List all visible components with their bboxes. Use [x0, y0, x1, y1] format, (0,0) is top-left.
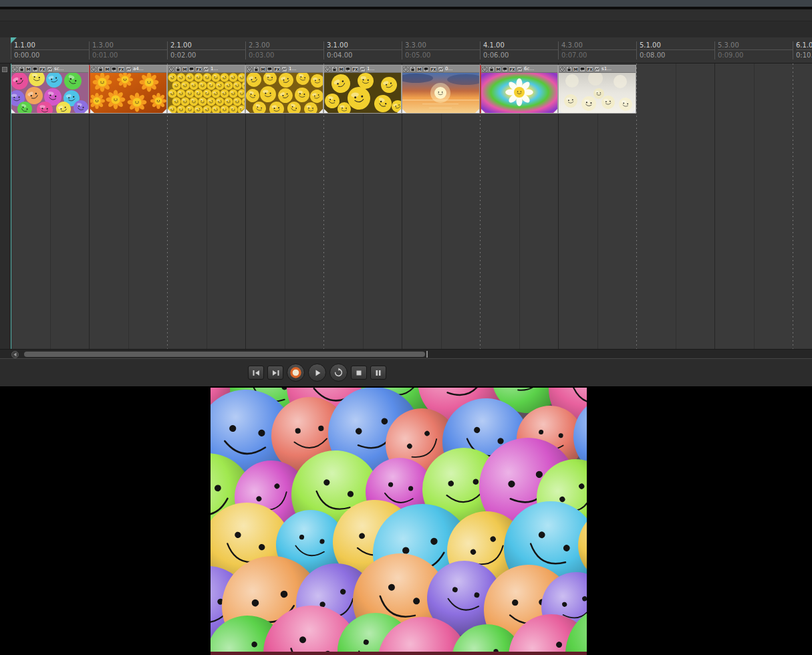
mute-icon[interactable]: M: [338, 66, 344, 72]
mute-icon[interactable]: M: [416, 66, 422, 72]
go-to-end-button[interactable]: [267, 366, 283, 380]
media-item[interactable]: MFX1…: [167, 65, 245, 114]
play-button[interactable]: [308, 364, 326, 382]
triangle-left-icon: [13, 352, 17, 357]
media-item-thumbnail: [90, 73, 166, 113]
stretch-marker-right[interactable]: [241, 109, 245, 113]
notes-icon[interactable]: [502, 66, 508, 72]
envelope-icon[interactable]: [281, 66, 287, 72]
lock-icon[interactable]: [566, 66, 572, 72]
stretch-marker-right[interactable]: [632, 109, 636, 113]
notes-icon[interactable]: [32, 66, 38, 72]
stretch-marker-left[interactable]: [11, 109, 15, 113]
ruler-bar-label: 3.1.00: [327, 41, 402, 50]
record-button[interactable]: [287, 364, 305, 382]
envelope-icon[interactable]: [360, 66, 366, 72]
fx-icon[interactable]: FX: [352, 66, 359, 72]
svg-text:M: M: [496, 67, 500, 72]
stretch-marker-right[interactable]: [553, 109, 557, 113]
svg-text:M: M: [182, 67, 186, 72]
media-item-label: sc…: [54, 66, 64, 72]
stretch-marker-left[interactable]: [402, 109, 406, 113]
stop-icon: [355, 369, 363, 377]
media-item-header: MFXsc…: [11, 66, 88, 73]
stretch-marker-left[interactable]: [168, 109, 172, 113]
mute-icon[interactable]: M: [495, 66, 501, 72]
lock-icon[interactable]: [175, 66, 181, 72]
media-item[interactable]: MFXsc…: [11, 65, 89, 114]
mute-icon[interactable]: M: [260, 66, 266, 72]
lock-icon[interactable]: [98, 66, 104, 72]
lock-icon[interactable]: [489, 66, 495, 72]
mute-icon[interactable]: M: [573, 66, 579, 72]
media-item-thumbnail: [324, 73, 401, 113]
fx-icon[interactable]: FX: [118, 66, 125, 72]
media-item-thumbnail: [559, 73, 636, 113]
scrollbar-thumb[interactable]: [24, 352, 425, 357]
stretch-marker-left[interactable]: [246, 109, 250, 113]
envelope-icon[interactable]: [203, 66, 209, 72]
lock-icon[interactable]: [331, 66, 337, 72]
ruler-time-label: 0:07.00: [561, 51, 636, 59]
clock-icon[interactable]: [403, 66, 409, 72]
envelope-icon[interactable]: [438, 66, 444, 72]
fx-icon[interactable]: FX: [273, 66, 281, 72]
envelope-icon[interactable]: [517, 66, 523, 72]
stretch-marker-left[interactable]: [481, 109, 485, 113]
media-item[interactable]: MFXa4…: [89, 65, 167, 114]
scrollbar-end-marker: [426, 351, 428, 358]
horizontal-scrollbar[interactable]: [0, 349, 812, 358]
stretch-marker-right[interactable]: [162, 109, 166, 113]
notes-icon[interactable]: [579, 66, 585, 72]
fx-icon[interactable]: FX: [509, 66, 516, 72]
pause-button[interactable]: [370, 366, 386, 380]
lock-icon[interactable]: [19, 66, 25, 72]
repeat-button[interactable]: [329, 364, 348, 382]
notes-icon[interactable]: [188, 66, 194, 72]
media-item[interactable]: MFX1…: [245, 65, 323, 114]
notes-icon[interactable]: [345, 66, 351, 72]
notes-icon[interactable]: [111, 66, 117, 72]
fx-icon[interactable]: FX: [39, 66, 46, 72]
go-to-start-button[interactable]: [248, 366, 264, 380]
playhead-marker-icon[interactable]: [11, 37, 17, 43]
timeline-ruler[interactable]: 1.1.000:00.001.3.000:01.002.1.000:02.002…: [0, 37, 812, 63]
notes-icon[interactable]: [423, 66, 429, 72]
svg-text:FX: FX: [587, 67, 593, 71]
clock-icon[interactable]: [482, 66, 488, 72]
stretch-marker-right[interactable]: [319, 109, 323, 113]
mute-icon[interactable]: M: [25, 66, 31, 72]
stretch-marker-right[interactable]: [397, 109, 401, 113]
media-item[interactable]: MFXs1…: [558, 65, 636, 114]
media-item[interactable]: MFX1…: [323, 65, 402, 114]
media-item[interactable]: MFX0…: [402, 65, 480, 114]
fx-icon[interactable]: FX: [430, 66, 437, 72]
clock-icon[interactable]: [247, 66, 253, 72]
envelope-icon[interactable]: [126, 66, 132, 72]
arrange-area[interactable]: MFXsc…MFXa4…MFX1…MFX1…MFX1…MFX0… MFX6c… …: [0, 63, 812, 349]
stretch-marker-right[interactable]: [84, 109, 88, 113]
mute-icon[interactable]: M: [182, 66, 188, 72]
stretch-marker-left[interactable]: [90, 109, 94, 113]
fx-icon[interactable]: FX: [586, 66, 593, 72]
lock-icon[interactable]: [253, 66, 259, 72]
notes-icon[interactable]: [267, 66, 273, 72]
clock-icon[interactable]: [12, 66, 18, 72]
stop-button[interactable]: [351, 366, 367, 380]
stretch-marker-left[interactable]: [559, 109, 563, 113]
stretch-marker-right[interactable]: [475, 109, 479, 113]
clock-icon[interactable]: [168, 66, 174, 72]
scroll-left-button[interactable]: [11, 351, 19, 358]
envelope-icon[interactable]: [594, 66, 600, 72]
stretch-marker-left[interactable]: [324, 109, 328, 113]
clock-icon[interactable]: [91, 66, 97, 72]
mute-icon[interactable]: M: [104, 66, 110, 72]
grid-line: [754, 63, 755, 349]
fx-icon[interactable]: FX: [195, 66, 202, 72]
envelope-icon[interactable]: [47, 66, 53, 72]
media-item[interactable]: MFX6c…: [480, 65, 558, 114]
clock-icon[interactable]: [325, 66, 331, 72]
clock-icon[interactable]: [559, 66, 565, 72]
ruler-time-label: 0:09.00: [718, 51, 793, 59]
lock-icon[interactable]: [410, 66, 416, 72]
